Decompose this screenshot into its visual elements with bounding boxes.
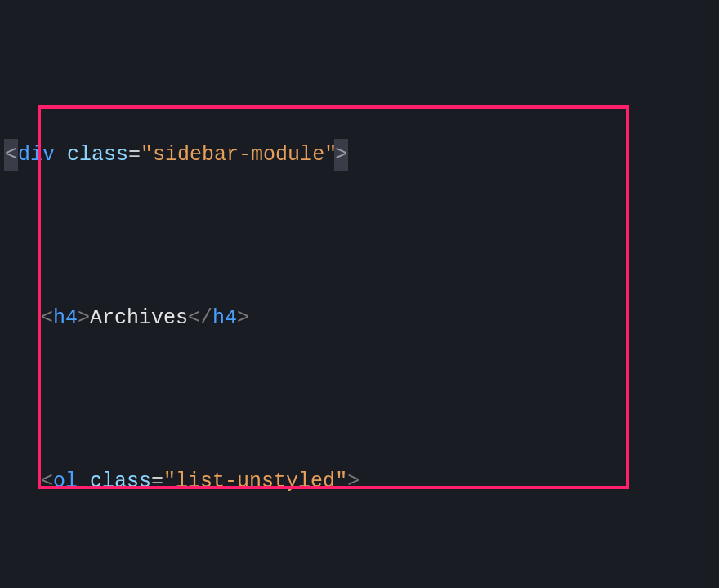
code-line-2: <h4>Archives</h4> [0, 302, 719, 335]
attr-class-ol: class [90, 470, 151, 493]
cursor-right: > [334, 139, 348, 172]
code-editor[interactable]: <div class="sidebar-module"> <h4>Archive… [0, 0, 719, 588]
tag-h4-open: h4 [53, 306, 78, 330]
cursor-left: < [4, 139, 18, 172]
h4-text: Archives [90, 306, 188, 330]
class-value-list-unstyled: list-unstyled [176, 470, 335, 493]
tag-ol-open: ol [53, 470, 78, 493]
tag-div-open: div [18, 143, 55, 167]
tag-h4-close: h4 [212, 306, 237, 330]
class-value-sidebar-module: sidebar-module [153, 143, 324, 167]
code-line-1: <div class="sidebar-module"> [0, 139, 719, 172]
code-line-3: <ol class="list-unstyled"> [0, 466, 719, 498]
attr-class: class [67, 143, 128, 167]
